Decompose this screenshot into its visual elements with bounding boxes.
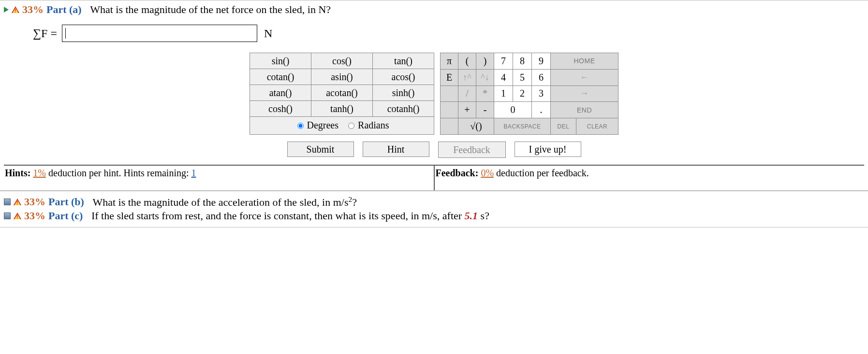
feedback-text: deduction per feedback. <box>496 168 589 178</box>
key-left[interactable]: ← <box>551 69 618 85</box>
angle-mode: Degrees Radians <box>250 117 434 135</box>
part-c-q2: s? <box>478 210 489 222</box>
answer-row: ∑F = N <box>33 25 864 42</box>
key-multiply[interactable]: * <box>476 85 494 102</box>
key-sin[interactable]: sin() <box>250 53 311 69</box>
key-6[interactable]: 6 <box>532 69 551 85</box>
key-9[interactable]: 9 <box>532 53 551 70</box>
key-backspace[interactable]: BACKSPACE <box>494 118 551 135</box>
key-asin[interactable]: asin() <box>311 69 373 85</box>
key-pi[interactable]: π <box>441 53 458 70</box>
numeric-keys: π ( ) 7 8 9 HOME E ↑^ ^↓ 4 5 6 ← / * <box>440 53 618 135</box>
warning-icon: ! <box>14 212 21 219</box>
function-keys: sin() cos() tan() cotan() asin() acos() … <box>250 53 434 135</box>
expand-icon[interactable] <box>4 7 9 13</box>
hints-text: deduction per hint. Hints remaining: <box>48 168 189 178</box>
feedback-info: Feedback: 0% deduction per feedback. <box>435 166 865 190</box>
hints-remaining[interactable]: 1 <box>191 168 196 178</box>
key-caret-down[interactable]: ^↓ <box>476 69 494 85</box>
key-cotan[interactable]: cotan() <box>250 69 311 85</box>
key-home[interactable]: HOME <box>551 53 618 70</box>
part-b-q2: ? <box>352 196 357 208</box>
key-del[interactable]: DEL <box>551 118 576 135</box>
part-c-percent: 33% <box>24 210 45 222</box>
sigma-f-label: ∑F = <box>33 27 57 40</box>
key-1[interactable]: 1 <box>494 85 513 102</box>
radians-label: Radians <box>358 120 389 131</box>
part-a-header: ! 33% Part (a) What is the magnitude of … <box>4 2 864 18</box>
key-sqrt[interactable]: √() <box>458 118 494 135</box>
key-clear[interactable]: CLEAR <box>576 118 618 135</box>
action-buttons: Submit Hint Feedback I give up! <box>4 142 864 158</box>
key-cotanh[interactable]: cotanh() <box>373 101 434 117</box>
giveup-button[interactable]: I give up! <box>515 142 581 157</box>
key-tanh[interactable]: tanh() <box>311 101 373 117</box>
key-0[interactable]: 0 <box>494 102 532 118</box>
answer-input[interactable] <box>62 25 257 42</box>
part-c-q1: If the sled starts from rest, and the fo… <box>91 210 465 222</box>
key-rparen[interactable]: ) <box>476 53 494 70</box>
degrees-radio[interactable]: Degrees <box>295 120 339 131</box>
part-a-percent: 33% <box>22 3 44 16</box>
part-a-label: Part (a) <box>46 3 82 16</box>
collapse-icon[interactable] <box>4 212 11 219</box>
feedback-button: Feedback <box>438 142 506 158</box>
key-dot[interactable]: . <box>532 102 551 118</box>
cursor-icon <box>65 28 66 39</box>
key-7[interactable]: 7 <box>494 53 513 70</box>
key-e[interactable]: E <box>441 69 458 85</box>
part-c-question: If the sled starts from rest, and the fo… <box>91 210 489 222</box>
key-cos[interactable]: cos() <box>311 53 373 69</box>
degrees-radio-input[interactable] <box>297 123 304 129</box>
key-3[interactable]: 3 <box>532 85 551 102</box>
feedback-label: Feedback: <box>436 168 479 178</box>
submit-button[interactable]: Submit <box>287 142 354 157</box>
key-2[interactable]: 2 <box>513 85 532 102</box>
key-plus[interactable]: + <box>458 102 476 118</box>
part-b-row[interactable]: ! 33% Part (b) What is the magnitude of … <box>4 195 864 209</box>
key-end[interactable]: END <box>551 102 618 118</box>
key-atan[interactable]: atan() <box>250 85 311 101</box>
part-b-q1: What is the magnitude of the acceleratio… <box>92 196 348 208</box>
collapse-icon[interactable] <box>4 198 11 205</box>
part-c-time: 5.1 <box>465 210 478 222</box>
feedback-pct[interactable]: 0% <box>481 168 494 178</box>
hints-pct[interactable]: 1% <box>33 168 46 178</box>
warning-icon: ! <box>12 6 19 13</box>
key-blank3 <box>441 118 458 135</box>
key-acos[interactable]: acos() <box>373 69 434 85</box>
key-4[interactable]: 4 <box>494 69 513 85</box>
warning-icon: ! <box>14 198 21 205</box>
key-8[interactable]: 8 <box>513 53 532 70</box>
answer-unit: N <box>264 27 272 40</box>
key-divide[interactable]: / <box>458 85 476 102</box>
key-blank1 <box>441 85 458 102</box>
part-c-row[interactable]: ! 33% Part (c) If the sled starts from r… <box>4 210 864 222</box>
hints-info: Hints: 1% deduction per hint. Hints rema… <box>4 166 435 190</box>
key-tan[interactable]: tan() <box>373 53 434 69</box>
onscreen-keyboard: sin() cos() tan() cotan() asin() acos() … <box>4 53 864 135</box>
hint-button[interactable]: Hint <box>363 142 429 157</box>
key-minus[interactable]: - <box>476 102 494 118</box>
info-row: Hints: 1% deduction per hint. Hints rema… <box>4 165 864 190</box>
part-b-label: Part (b) <box>48 196 84 208</box>
part-c-label: Part (c) <box>48 210 83 222</box>
key-caret-up[interactable]: ↑^ <box>458 69 476 85</box>
key-acotan[interactable]: acotan() <box>311 85 373 101</box>
key-cosh[interactable]: cosh() <box>250 101 311 117</box>
key-blank2 <box>441 102 458 118</box>
key-5[interactable]: 5 <box>513 69 532 85</box>
key-right[interactable]: → <box>551 85 618 102</box>
key-lparen[interactable]: ( <box>458 53 476 70</box>
degrees-label: Degrees <box>307 120 339 131</box>
hints-label: Hints: <box>5 168 30 178</box>
part-b-percent: 33% <box>24 196 45 208</box>
key-sinh[interactable]: sinh() <box>373 85 434 101</box>
part-b-question: What is the magnitude of the acceleratio… <box>92 195 357 209</box>
part-a-question: What is the magnitude of the net force o… <box>90 3 331 16</box>
radians-radio[interactable]: Radians <box>346 120 389 131</box>
radians-radio-input[interactable] <box>348 123 354 129</box>
